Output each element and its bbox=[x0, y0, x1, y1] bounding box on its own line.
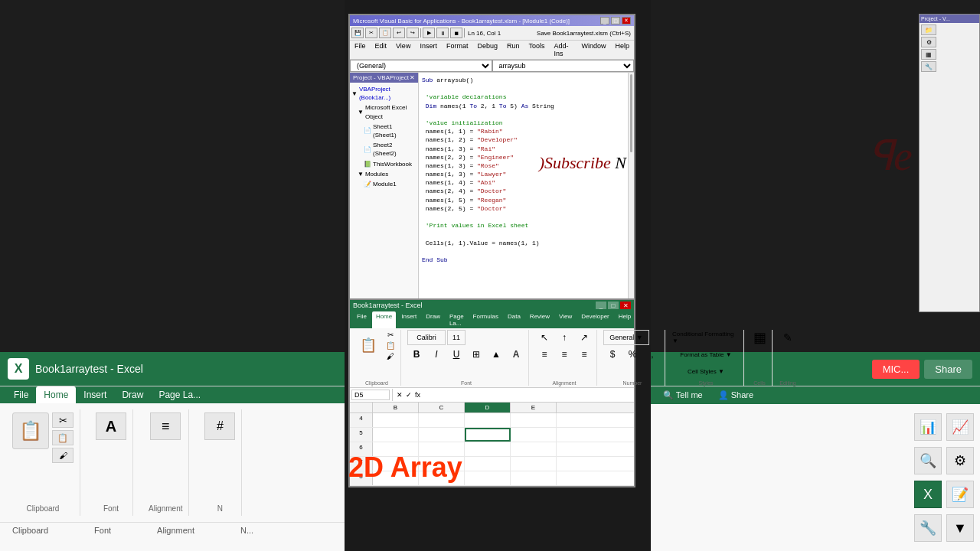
left-copy-btn[interactable]: 📋 bbox=[52, 430, 74, 445]
align-top-right-btn[interactable]: ↗ bbox=[575, 330, 593, 345]
excel-tab-review[interactable]: Review bbox=[526, 311, 554, 328]
right-share-tab-btn[interactable]: 👤 Share bbox=[712, 388, 760, 403]
left-tab-home[interactable]: Home bbox=[36, 386, 76, 403]
right-icon-btn-1[interactable]: 📊 bbox=[914, 413, 942, 441]
excel-close-btn[interactable]: ✕ bbox=[620, 302, 631, 309]
format-painter-button[interactable]: 🖌 bbox=[384, 351, 397, 360]
vba-menu-edit[interactable]: Edit bbox=[374, 41, 389, 58]
vba-maximize-btn[interactable]: □ bbox=[611, 17, 620, 24]
cell-styles-btn[interactable]: Cell Styles ▼ bbox=[671, 364, 740, 379]
align-top-center-btn[interactable]: ↑ bbox=[555, 330, 573, 345]
cell-d5[interactable] bbox=[465, 428, 511, 442]
left-tab-file[interactable]: File bbox=[6, 386, 36, 403]
copy-button[interactable]: 📋 bbox=[384, 341, 397, 350]
underline-button[interactable]: U bbox=[447, 347, 466, 362]
row-header-6[interactable]: 6 bbox=[350, 442, 373, 456]
tree-item-vbaproject[interactable]: ▼ VBAProject (Book1ar...) bbox=[351, 84, 416, 103]
excel-tab-help[interactable]: Help bbox=[615, 311, 635, 328]
cell-b8[interactable] bbox=[373, 471, 419, 485]
cell-e6[interactable] bbox=[511, 442, 557, 456]
vba-mini-icon-1[interactable]: 📁 bbox=[921, 24, 936, 35]
right-share-btn[interactable]: Share bbox=[924, 360, 972, 379]
cell-c5[interactable] bbox=[419, 428, 465, 442]
tree-item-thisworkbook[interactable]: 📗 ThisWorkbook bbox=[351, 159, 416, 169]
row-header-4[interactable]: 4 bbox=[350, 413, 373, 427]
row-header-8[interactable]: 8 bbox=[350, 471, 373, 485]
bold-button[interactable]: B bbox=[407, 347, 426, 362]
excel-tab-insert[interactable]: Insert bbox=[397, 311, 420, 328]
cell-d8[interactable] bbox=[465, 471, 511, 485]
excel-tab-data[interactable]: Data bbox=[504, 311, 524, 328]
cells-btn[interactable]: ▦ bbox=[750, 330, 769, 345]
vba-toolbar-btn-2[interactable]: ✂ bbox=[365, 28, 377, 38]
cell-d6[interactable] bbox=[465, 442, 511, 456]
vba-general-combo[interactable]: (General) bbox=[350, 60, 492, 72]
excel-maximize-btn[interactable]: □ bbox=[608, 302, 619, 309]
vba-menu-help[interactable]: Help bbox=[613, 41, 631, 58]
vba-menu-run[interactable]: Run bbox=[505, 41, 521, 58]
cell-c7[interactable] bbox=[419, 457, 465, 471]
excel-tab-developer[interactable]: Developer bbox=[577, 311, 612, 328]
vba-toolbar-btn-1[interactable]: 💾 bbox=[351, 28, 364, 38]
left-cut-btn[interactable]: ✂ bbox=[52, 412, 74, 428]
cell-e4[interactable] bbox=[511, 413, 557, 427]
vba-reset-btn[interactable]: ⏹ bbox=[450, 28, 462, 38]
vba-minimize-btn[interactable]: _ bbox=[600, 17, 609, 24]
vba-arraysub-combo[interactable]: arraysub bbox=[492, 60, 635, 72]
cell-b5[interactable] bbox=[373, 428, 419, 442]
vba-toolbar-btn-5[interactable]: ↪ bbox=[407, 28, 419, 38]
excel-minimize-btn[interactable]: _ bbox=[596, 302, 606, 309]
excel-name-box[interactable] bbox=[351, 390, 390, 400]
editing-btn[interactable]: ✎ bbox=[779, 330, 797, 345]
vba-menu-view[interactable]: View bbox=[394, 41, 412, 58]
col-header-e[interactable]: E bbox=[511, 403, 557, 412]
vba-menu-tools[interactable]: Tools bbox=[527, 41, 546, 58]
paste-button[interactable]: 📋 bbox=[356, 334, 381, 357]
vba-menu-file[interactable]: File bbox=[353, 41, 368, 58]
row-header-5[interactable]: 5 bbox=[350, 428, 373, 442]
align-left-btn[interactable]: ≡ bbox=[535, 347, 554, 362]
formula-cancel-btn[interactable]: ✕ bbox=[395, 391, 404, 399]
font-size-btn[interactable]: 11 bbox=[447, 330, 466, 345]
vba-toolbar-btn-4[interactable]: ↩ bbox=[393, 28, 405, 38]
left-tab-insert[interactable]: Insert bbox=[76, 386, 114, 403]
left-alignment-btn[interactable]: ≡ bbox=[150, 412, 181, 440]
vba-menu-window[interactable]: Window bbox=[580, 41, 607, 58]
excel-tab-draw[interactable]: Draw bbox=[422, 311, 444, 328]
right-excel-icon-btn[interactable]: X bbox=[914, 481, 942, 508]
vba-break-btn[interactable]: ⏸ bbox=[436, 28, 449, 38]
left-font-a-btn[interactable]: A bbox=[96, 412, 126, 440]
align-center-btn[interactable]: ≡ bbox=[555, 347, 573, 362]
vba-code-panel[interactable]: Sub arraysub() 'variable declarations Di… bbox=[419, 73, 634, 333]
vba-mini-icon-2[interactable]: ⚙ bbox=[921, 37, 936, 47]
percent-btn[interactable]: % bbox=[623, 347, 642, 362]
excel-tab-view[interactable]: View bbox=[555, 311, 576, 328]
vba-mini-icon-3[interactable]: ▦ bbox=[921, 49, 936, 60]
formula-confirm-btn[interactable]: ✓ bbox=[404, 391, 413, 399]
cell-e5[interactable] bbox=[511, 428, 557, 442]
tree-item-excel-objects[interactable]: ▼ Microsoft Excel Object bbox=[351, 103, 416, 121]
right-vba-icon-btn[interactable]: 📝 bbox=[946, 481, 974, 508]
vba-project-close[interactable]: ✕ bbox=[410, 74, 415, 81]
align-top-left-btn[interactable]: ↖ bbox=[535, 330, 554, 345]
vba-menu-insert[interactable]: Insert bbox=[418, 41, 439, 58]
tree-item-sheet2[interactable]: 📄 Sheet2 (Sheet2) bbox=[351, 140, 416, 158]
cell-c4[interactable] bbox=[419, 413, 465, 427]
right-icon-btn-3[interactable]: 🔍 bbox=[914, 447, 942, 474]
col-header-b[interactable]: B bbox=[373, 403, 419, 412]
cell-c6[interactable] bbox=[419, 442, 465, 456]
excel-tab-pagelayout[interactable]: Page La... bbox=[446, 311, 468, 328]
right-icon-btn-4[interactable]: ⚙ bbox=[946, 447, 974, 474]
tree-item-module1[interactable]: 📝 Module1 bbox=[351, 179, 416, 189]
left-painter-btn[interactable]: 🖌 bbox=[52, 448, 74, 463]
right-mic-btn[interactable]: MIC... bbox=[872, 360, 920, 379]
cell-e8[interactable] bbox=[511, 471, 557, 485]
border-button[interactable]: ⊞ bbox=[467, 347, 485, 362]
vba-mini-icon-4[interactable]: 🔧 bbox=[921, 61, 936, 72]
comma-btn[interactable]: , bbox=[643, 347, 662, 362]
font-name-btn[interactable]: Calibri bbox=[407, 330, 446, 345]
left-number-btn[interactable]: # bbox=[204, 412, 235, 440]
vba-run-btn[interactable]: ▶ bbox=[423, 28, 435, 38]
vba-menu-debug[interactable]: Debug bbox=[475, 41, 499, 58]
excel-tab-file[interactable]: File bbox=[353, 311, 371, 328]
